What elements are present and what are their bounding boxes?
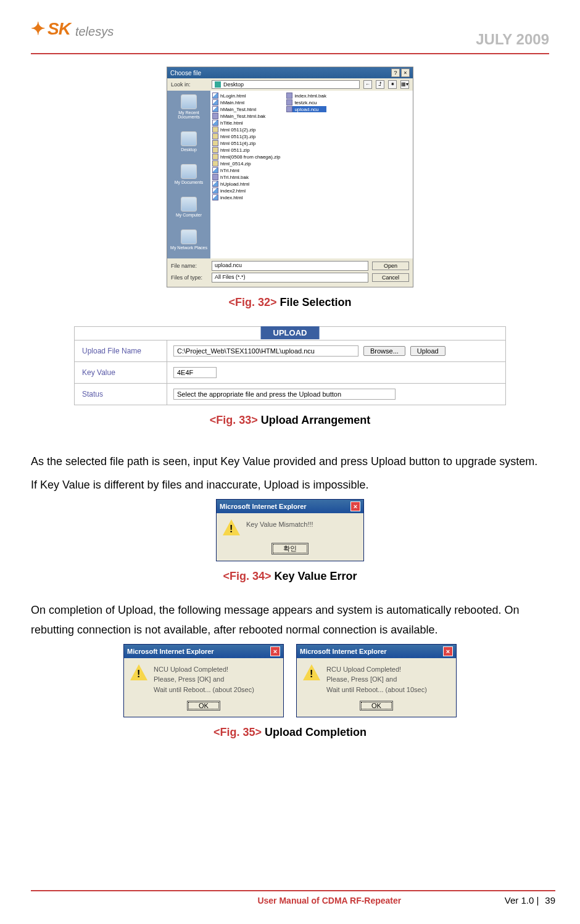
fig34-caption: <Fig. 34> Key Value Error (31, 570, 549, 583)
status-field: Select the appropriate file and press th… (173, 389, 396, 400)
close-icon[interactable]: × (401, 68, 410, 77)
keyvalue-label: Key Value (75, 362, 167, 383)
file-item-selected[interactable]: upload.ncu (286, 106, 326, 112)
file-item[interactable]: testzk.ncu (286, 99, 326, 105)
place-desktop[interactable]: Desktop (167, 128, 210, 160)
file-item[interactable]: html(0508 from chaega).zip (212, 154, 280, 160)
warning-icon (130, 664, 147, 682)
file-item[interactable]: hTitle.html (212, 120, 280, 126)
keyvalue-input[interactable]: 4E4F (173, 367, 217, 378)
close-icon[interactable]: × (270, 646, 280, 656)
filetype-label: Files of type: (171, 274, 208, 281)
ok-button[interactable]: 확인 (271, 543, 309, 555)
footer-title: User Manual of CDMA RF-Repeater (257, 896, 401, 905)
place-computer[interactable]: My Computer (167, 193, 210, 226)
back-icon[interactable]: ← (363, 80, 372, 89)
lookin-label: Look in: (171, 81, 208, 88)
header-date: JULY 2009 (476, 31, 549, 48)
help-icon[interactable]: ? (391, 68, 400, 77)
places-bar: My Recent Documents Desktop My Documents… (167, 91, 210, 258)
place-documents[interactable]: My Documents (167, 160, 210, 193)
filename-label: File name: (171, 263, 208, 269)
file-item[interactable]: html 0511.zip (212, 147, 280, 153)
paragraph-1: As the selected file path is seen, input… (31, 452, 549, 471)
ncu-complete-dialog: Microsoft Internet Explorer× NCU Upload … (123, 644, 284, 718)
upload-panel: UPLOAD Upload File Name C:\Project_Web\T… (74, 326, 506, 405)
newfolder-icon[interactable]: ✷ (388, 80, 397, 89)
open-button[interactable]: Open (372, 262, 409, 270)
status-label: Status (75, 384, 167, 405)
fig35-caption: <Fig. 35> Upload Completion (31, 726, 549, 739)
dialog-title: Microsoft Internet Explorer (220, 503, 307, 510)
file-item[interactable]: html 0511(4).zip (212, 140, 280, 146)
paragraph-3: On completion of Upload, the following m… (31, 600, 549, 640)
dialog-title: Choose file (170, 70, 201, 76)
upload-filename-input[interactable]: C:\Project_Web\TSEX1100\HTML\upload.ncu (173, 345, 358, 357)
logo: ✦ SK telesys (31, 19, 114, 39)
warning-icon (303, 664, 320, 682)
place-network[interactable]: My Network Places (167, 226, 210, 258)
upload-heading: UPLOAD (261, 326, 320, 339)
file-list[interactable]: hLogin.html hMain.html hMain_Test.html h… (210, 91, 413, 258)
file-item[interactable]: hLogin.html (212, 93, 280, 99)
file-item[interactable]: index.html (212, 194, 280, 200)
logo-telesys: telesys (75, 25, 114, 39)
ok-button[interactable]: OK (360, 701, 393, 711)
cancel-button[interactable]: Cancel (372, 273, 409, 282)
footer-page: 39 (545, 895, 555, 905)
footer-version: Ver 1.0 | (505, 895, 539, 905)
logo-sk: SK (48, 19, 70, 39)
file-item[interactable]: hUpload.html (212, 181, 280, 187)
page-footer: User Manual of CDMA RF-Repeater Ver 1.0 … (31, 890, 555, 905)
browse-button[interactable]: Browse... (363, 346, 405, 356)
file-item[interactable]: html_0514.zip (212, 160, 280, 167)
logo-swoosh-icon: ✦ (31, 19, 45, 39)
file-item[interactable]: hMain.html (212, 99, 280, 105)
file-item[interactable]: hTrl.html (212, 167, 280, 173)
filename-input[interactable]: upload.ncu (212, 261, 368, 271)
file-item[interactable]: html 0511(2).zip (212, 126, 280, 133)
ok-button[interactable]: OK (187, 701, 220, 711)
fig32-caption: <Fig. 32> File Selection (31, 296, 549, 309)
warning-icon (223, 519, 240, 537)
file-item[interactable]: hMain_Test.html.bak (212, 113, 280, 119)
file-item[interactable]: index2.html (212, 188, 280, 194)
lookin-combo[interactable]: Desktop (212, 80, 360, 89)
place-recent[interactable]: My Recent Documents (167, 91, 210, 128)
dialog-titlebar: Choose file ? × (167, 67, 413, 78)
file-item[interactable]: index.html.bak (286, 93, 326, 99)
page-header: ✦ SK telesys JULY 2009 (31, 19, 549, 54)
close-icon[interactable]: × (443, 646, 453, 656)
file-item[interactable]: hMain_Test.html (212, 106, 280, 112)
file-item[interactable]: hTrl.html.bak (212, 174, 280, 180)
paragraph-2: If Key Value is different by files and i… (31, 475, 549, 495)
rcu-complete-dialog: Microsoft Internet Explorer× RCU Upload … (296, 644, 457, 718)
upload-button[interactable]: Upload (410, 346, 445, 356)
message-text: NCU Upload Completed!Please, Press [OK] … (154, 664, 254, 695)
dialog-title: Microsoft Internet Explorer (300, 648, 387, 655)
fig33-caption: <Fig. 33> Upload Arrangement (31, 414, 549, 427)
upload-filename-label: Upload File Name (75, 340, 167, 361)
error-dialog: Microsoft Internet Explorer× Key Value M… (216, 499, 364, 561)
message-text: RCU Upload Completed!Please, Press [OK] … (326, 664, 427, 695)
filetype-combo[interactable]: All Files (*.*) (212, 273, 368, 283)
up-icon[interactable]: ⮥ (376, 80, 384, 89)
file-dialog: Choose file ? × Look in: Desktop ← ⮥ ✷ ▦… (167, 67, 413, 287)
file-item[interactable]: html 0511(3).zip (212, 133, 280, 139)
error-text: Key Value Mismatch!!! (246, 519, 313, 530)
close-icon[interactable]: × (350, 501, 360, 511)
views-icon[interactable]: ▦▾ (400, 80, 409, 89)
dialog-title: Microsoft Internet Explorer (127, 648, 214, 655)
